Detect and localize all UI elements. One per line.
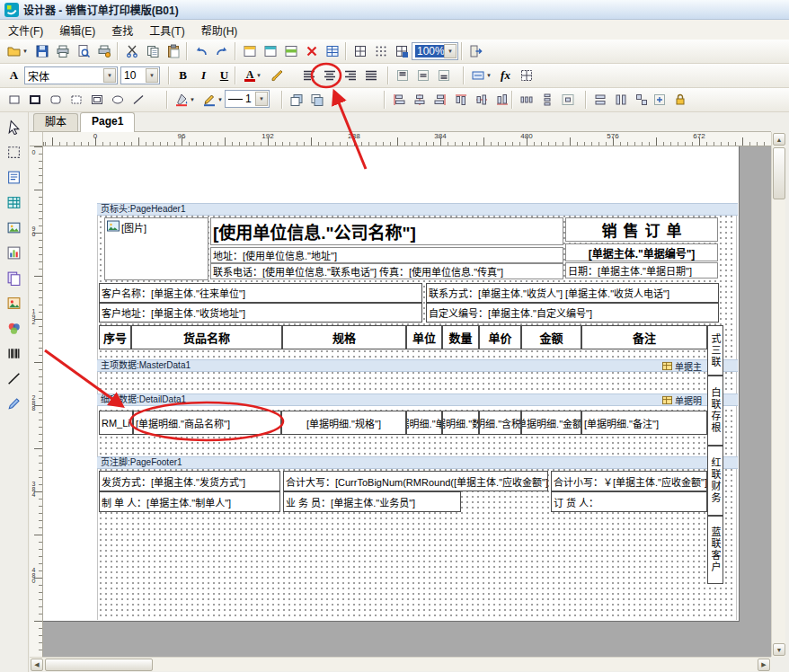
- center-in-band-button[interactable]: [557, 90, 578, 110]
- shape-ellipse-button[interactable]: [107, 90, 128, 110]
- show-grid-button[interactable]: [350, 41, 370, 61]
- maker-field[interactable]: 制 单 人：[单据主体."制单人"]: [99, 491, 280, 512]
- align-right-edges-button[interactable]: [430, 90, 450, 110]
- caret-down-icon[interactable]: ▼: [255, 92, 268, 106]
- company-name-field[interactable]: [使用单位信息."公司名称"]: [210, 217, 563, 245]
- select-tool[interactable]: [4, 117, 25, 137]
- detail-data-source[interactable]: 单据明: [662, 394, 702, 405]
- tab-script[interactable]: 脚本: [33, 113, 78, 131]
- insert-report-header-button[interactable]: [239, 41, 260, 61]
- col-header-remark[interactable]: 备注: [581, 325, 707, 349]
- insert-field-button[interactable]: ▼: [467, 66, 495, 85]
- align-justify-button[interactable]: [360, 66, 381, 85]
- tab-page1[interactable]: Page1: [80, 112, 135, 132]
- border-editor-button[interactable]: [516, 66, 536, 85]
- redo-button[interactable]: [211, 41, 232, 61]
- scroll-left-button[interactable]: ◀: [31, 659, 43, 671]
- barcode-tool[interactable]: [4, 343, 25, 363]
- doc-title-field[interactable]: 销售订单: [565, 217, 718, 242]
- horizontal-scroll-thumb[interactable]: [45, 659, 153, 671]
- copy-strip-2[interactable]: 白联存根: [707, 376, 723, 446]
- menu-tools[interactable]: 工具(T): [141, 20, 192, 40]
- delete-band-button[interactable]: [301, 41, 322, 61]
- valign-top-button[interactable]: [392, 66, 412, 85]
- ship-method-field[interactable]: 发货方式：[单据主体."发货方式"]: [99, 471, 280, 491]
- subreport-tool[interactable]: [4, 268, 25, 287]
- align-top-edges-button[interactable]: [450, 90, 471, 110]
- phone-fax-field[interactable]: 联系电话：[使用单位信息."联系电话"] 传真：[使用单位信息."传真"]: [210, 263, 563, 279]
- picture-tool[interactable]: [4, 217, 25, 237]
- grow-to-grid-button[interactable]: [649, 90, 669, 110]
- band-detail-data[interactable]: 细项数据:DetailData1: [97, 393, 738, 406]
- shape-roundrect-button[interactable]: [45, 90, 66, 110]
- align-left-edges-button[interactable]: [388, 90, 409, 110]
- highlight-color-button[interactable]: [267, 66, 288, 85]
- col-header-qty[interactable]: 数量: [442, 325, 479, 349]
- detail-spec-field[interactable]: [单据明细."规格"]: [281, 411, 406, 435]
- scroll-down-button[interactable]: ▼: [773, 643, 785, 656]
- copy-strip-3[interactable]: 红联财务: [707, 446, 723, 516]
- band-page-header[interactable]: 页标头:PageHeader1: [97, 203, 738, 216]
- fill-color-button[interactable]: ▼: [171, 90, 199, 110]
- expression-button[interactable]: fx: [495, 66, 516, 85]
- col-header-price[interactable]: 单价: [479, 325, 521, 349]
- shape-line-button[interactable]: [128, 90, 148, 110]
- font-name-combobox[interactable]: 宋体 ▼: [24, 66, 118, 84]
- vertical-scrollbar[interactable]: ▲ ▼: [771, 132, 785, 657]
- cut-button[interactable]: [121, 41, 142, 61]
- picture-box[interactable]: [图片]: [104, 217, 208, 280]
- col-header-name[interactable]: 货品名称: [131, 325, 282, 349]
- table-tool[interactable]: [4, 192, 25, 212]
- customer-name-field[interactable]: 客户名称：[单据主体."往来单位"]: [99, 283, 422, 303]
- detail-amount-field[interactable]: [单据明细."金额"]: [521, 411, 581, 435]
- col-header-spec[interactable]: 规格: [282, 325, 406, 349]
- customer-address-field[interactable]: 客户地址：[单据主体."收货地址"]: [99, 303, 422, 323]
- line-tool[interactable]: [4, 368, 25, 388]
- col-header-amount[interactable]: 金额: [521, 325, 581, 349]
- valign-middle-button[interactable]: [412, 66, 433, 85]
- vertical-scroll-thumb[interactable]: [773, 147, 785, 199]
- salesman-field[interactable]: 业 务 员：[单据主体."业务员"]: [283, 491, 461, 512]
- detail-product-name-field[interactable]: [单据明细."商品名称"]: [133, 411, 281, 435]
- shape-rect-button[interactable]: [4, 90, 24, 110]
- italic-button[interactable]: I: [193, 66, 214, 85]
- scroll-up-button[interactable]: ▲: [773, 133, 785, 146]
- menu-edit[interactable]: 编辑(E): [51, 20, 103, 40]
- copy-strip-4[interactable]: 蓝联客户: [707, 516, 723, 584]
- zoom-combobox[interactable]: 100% ▼: [412, 42, 458, 60]
- detail-remark-field[interactable]: [单据明细."备注"]: [581, 411, 707, 435]
- align-center-button[interactable]: [319, 66, 340, 85]
- caret-down-icon[interactable]: ▼: [146, 68, 158, 83]
- insert-page-header-button[interactable]: [260, 41, 280, 61]
- space-equally-horizontal-button[interactable]: [516, 90, 536, 110]
- menu-help[interactable]: 帮助(H): [193, 20, 246, 40]
- horizontal-scrollbar[interactable]: ◀ ▶: [30, 657, 771, 671]
- shape-thick-rect-button[interactable]: [24, 90, 45, 110]
- menu-file[interactable]: 文件(F): [0, 20, 51, 40]
- space-equally-vertical-button[interactable]: [536, 90, 557, 110]
- order-number-field[interactable]: [单据主体."单据编号"]: [565, 243, 718, 261]
- shape-dashed-rect-button[interactable]: [66, 90, 86, 110]
- copy-button[interactable]: [142, 41, 163, 61]
- insert-group-button[interactable]: [322, 41, 342, 61]
- page-setup-button[interactable]: [93, 41, 114, 61]
- marquee-tool[interactable]: [4, 142, 25, 162]
- image-frame-tool[interactable]: [4, 293, 25, 313]
- detail-seq-field[interactable]: RM_Li: [99, 411, 133, 435]
- print-preview-button[interactable]: [73, 41, 93, 61]
- bring-to-front-button[interactable]: [286, 90, 306, 110]
- exit-designer-button[interactable]: [465, 41, 486, 61]
- contact-field[interactable]: 联系方式：[单据主体."收货人"] [单据主体."收货人电话"]: [426, 283, 719, 303]
- send-to-back-button[interactable]: [306, 90, 327, 110]
- chart-tool[interactable]: [4, 243, 25, 262]
- address-field[interactable]: 地址：[使用单位信息."地址"]: [210, 247, 563, 263]
- undo-button[interactable]: [191, 41, 211, 61]
- menu-find[interactable]: 查找: [103, 20, 141, 40]
- date-field[interactable]: 日期：[单据主体."单据日期"]: [565, 262, 718, 279]
- pen-tool[interactable]: [4, 393, 25, 413]
- insert-detail-band-button[interactable]: [280, 41, 301, 61]
- caret-down-icon[interactable]: ▼: [444, 44, 457, 58]
- master-data-source[interactable]: 单据主: [662, 360, 702, 371]
- same-width-button[interactable]: [590, 90, 610, 110]
- align-left-button[interactable]: [298, 66, 319, 85]
